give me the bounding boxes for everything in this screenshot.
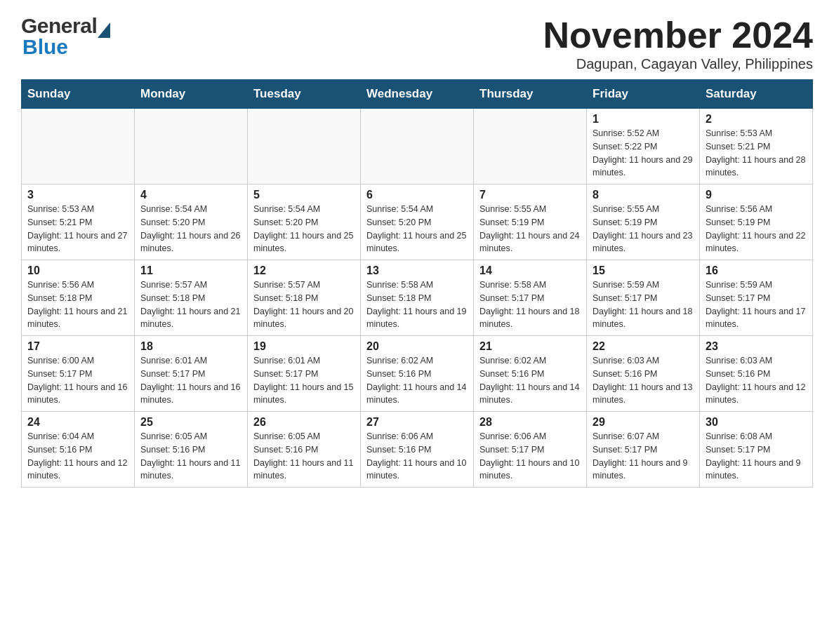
day-number: 23 bbox=[706, 340, 807, 353]
day-number: 8 bbox=[593, 189, 694, 201]
calendar-cell-w1-d3 bbox=[248, 109, 361, 185]
calendar-cell-w5-d2: 25Sunrise: 6:05 AM Sunset: 5:16 PM Dayli… bbox=[135, 412, 248, 488]
day-info: Sunrise: 5:55 AM Sunset: 5:19 PM Dayligh… bbox=[479, 203, 581, 255]
logo-arrow-icon bbox=[98, 22, 110, 38]
calendar-cell-w1-d5 bbox=[474, 109, 587, 185]
calendar-cell-w5-d1: 24Sunrise: 6:04 AM Sunset: 5:16 PM Dayli… bbox=[22, 412, 135, 488]
calendar-header-row: Sunday Monday Tuesday Wednesday Thursday… bbox=[22, 80, 813, 109]
day-info: Sunrise: 5:53 AM Sunset: 5:21 PM Dayligh… bbox=[27, 203, 128, 255]
day-info: Sunrise: 6:03 AM Sunset: 5:16 PM Dayligh… bbox=[706, 354, 807, 407]
day-info: Sunrise: 5:53 AM Sunset: 5:21 PM Dayligh… bbox=[706, 127, 807, 180]
calendar-cell-w1-d2 bbox=[135, 109, 248, 185]
day-number: 12 bbox=[253, 264, 355, 277]
day-number: 9 bbox=[706, 189, 807, 201]
day-number: 27 bbox=[366, 416, 468, 429]
day-number: 11 bbox=[140, 264, 241, 277]
day-info: Sunrise: 5:52 AM Sunset: 5:22 PM Dayligh… bbox=[593, 127, 694, 180]
calendar-cell-w1-d6: 1Sunrise: 5:52 AM Sunset: 5:22 PM Daylig… bbox=[587, 109, 700, 185]
day-number: 25 bbox=[140, 416, 241, 429]
calendar-week-3: 10Sunrise: 5:56 AM Sunset: 5:18 PM Dayli… bbox=[22, 260, 813, 336]
day-info: Sunrise: 5:57 AM Sunset: 5:18 PM Dayligh… bbox=[140, 279, 241, 331]
calendar-cell-w2-d7: 9Sunrise: 5:56 AM Sunset: 5:19 PM Daylig… bbox=[700, 185, 813, 260]
calendar-week-2: 3Sunrise: 5:53 AM Sunset: 5:21 PM Daylig… bbox=[22, 185, 813, 260]
col-wednesday: Wednesday bbox=[361, 80, 474, 109]
calendar-cell-w4-d1: 17Sunrise: 6:00 AM Sunset: 5:17 PM Dayli… bbox=[22, 336, 135, 412]
day-info: Sunrise: 6:07 AM Sunset: 5:17 PM Dayligh… bbox=[593, 430, 694, 483]
day-info: Sunrise: 5:54 AM Sunset: 5:20 PM Dayligh… bbox=[366, 203, 468, 255]
day-number: 10 bbox=[27, 264, 128, 277]
day-number: 28 bbox=[479, 416, 581, 429]
calendar-cell-w5-d4: 27Sunrise: 6:06 AM Sunset: 5:16 PM Dayli… bbox=[361, 412, 474, 488]
calendar-cell-w3-d3: 12Sunrise: 5:57 AM Sunset: 5:18 PM Dayli… bbox=[248, 260, 361, 336]
day-number: 3 bbox=[27, 189, 128, 201]
day-number: 29 bbox=[593, 416, 694, 429]
calendar-cell-w3-d1: 10Sunrise: 5:56 AM Sunset: 5:18 PM Dayli… bbox=[22, 260, 135, 336]
calendar-cell-w2-d4: 6Sunrise: 5:54 AM Sunset: 5:20 PM Daylig… bbox=[361, 185, 474, 260]
day-number: 14 bbox=[479, 264, 581, 277]
day-info: Sunrise: 5:59 AM Sunset: 5:17 PM Dayligh… bbox=[593, 279, 694, 331]
calendar-cell-w2-d3: 5Sunrise: 5:54 AM Sunset: 5:20 PM Daylig… bbox=[248, 185, 361, 260]
month-title: November 2024 bbox=[543, 14, 813, 56]
col-thursday: Thursday bbox=[474, 80, 587, 109]
day-number: 17 bbox=[27, 340, 128, 353]
day-number: 20 bbox=[366, 340, 468, 353]
calendar-cell-w5-d3: 26Sunrise: 6:05 AM Sunset: 5:16 PM Dayli… bbox=[248, 412, 361, 488]
col-sunday: Sunday bbox=[22, 80, 135, 109]
calendar-cell-w3-d4: 13Sunrise: 5:58 AM Sunset: 5:18 PM Dayli… bbox=[361, 260, 474, 336]
page-header: General Blue November 2024 Dagupan, Caga… bbox=[21, 14, 813, 72]
day-info: Sunrise: 5:59 AM Sunset: 5:17 PM Dayligh… bbox=[706, 279, 807, 331]
day-info: Sunrise: 5:58 AM Sunset: 5:18 PM Dayligh… bbox=[366, 279, 468, 331]
calendar-cell-w4-d5: 21Sunrise: 6:02 AM Sunset: 5:16 PM Dayli… bbox=[474, 336, 587, 412]
day-number: 5 bbox=[253, 189, 355, 201]
day-info: Sunrise: 6:02 AM Sunset: 5:16 PM Dayligh… bbox=[479, 354, 581, 407]
day-number: 21 bbox=[479, 340, 581, 353]
day-number: 1 bbox=[593, 113, 694, 126]
day-info: Sunrise: 6:04 AM Sunset: 5:16 PM Dayligh… bbox=[27, 430, 128, 483]
day-info: Sunrise: 6:05 AM Sunset: 5:16 PM Dayligh… bbox=[140, 430, 241, 483]
day-info: Sunrise: 5:54 AM Sunset: 5:20 PM Dayligh… bbox=[253, 203, 355, 255]
day-info: Sunrise: 6:03 AM Sunset: 5:16 PM Dayligh… bbox=[593, 354, 694, 407]
location-text: Dagupan, Cagayan Valley, Philippines bbox=[543, 56, 813, 72]
calendar-cell-w5-d7: 30Sunrise: 6:08 AM Sunset: 5:17 PM Dayli… bbox=[700, 412, 813, 488]
day-number: 15 bbox=[593, 264, 694, 277]
col-saturday: Saturday bbox=[700, 80, 813, 109]
day-number: 16 bbox=[706, 264, 807, 277]
day-number: 26 bbox=[253, 416, 355, 429]
day-info: Sunrise: 5:54 AM Sunset: 5:20 PM Dayligh… bbox=[140, 203, 241, 255]
day-info: Sunrise: 6:08 AM Sunset: 5:17 PM Dayligh… bbox=[706, 430, 807, 483]
day-info: Sunrise: 6:01 AM Sunset: 5:17 PM Dayligh… bbox=[253, 354, 355, 407]
day-number: 7 bbox=[479, 189, 581, 201]
day-number: 18 bbox=[140, 340, 241, 353]
day-info: Sunrise: 6:00 AM Sunset: 5:17 PM Dayligh… bbox=[27, 354, 128, 407]
calendar-cell-w3-d6: 15Sunrise: 5:59 AM Sunset: 5:17 PM Dayli… bbox=[587, 260, 700, 336]
day-info: Sunrise: 6:06 AM Sunset: 5:16 PM Dayligh… bbox=[366, 430, 468, 483]
col-tuesday: Tuesday bbox=[248, 80, 361, 109]
col-monday: Monday bbox=[135, 80, 248, 109]
calendar-cell-w4-d7: 23Sunrise: 6:03 AM Sunset: 5:16 PM Dayli… bbox=[700, 336, 813, 412]
day-number: 22 bbox=[593, 340, 694, 353]
calendar-cell-w3-d5: 14Sunrise: 5:58 AM Sunset: 5:17 PM Dayli… bbox=[474, 260, 587, 336]
calendar-cell-w4-d3: 19Sunrise: 6:01 AM Sunset: 5:17 PM Dayli… bbox=[248, 336, 361, 412]
day-number: 4 bbox=[140, 189, 241, 201]
day-info: Sunrise: 6:01 AM Sunset: 5:17 PM Dayligh… bbox=[140, 354, 241, 407]
day-info: Sunrise: 6:02 AM Sunset: 5:16 PM Dayligh… bbox=[366, 354, 468, 407]
logo-general-text: General bbox=[21, 14, 97, 38]
day-number: 13 bbox=[366, 264, 468, 277]
calendar-cell-w5-d6: 29Sunrise: 6:07 AM Sunset: 5:17 PM Dayli… bbox=[587, 412, 700, 488]
day-number: 30 bbox=[706, 416, 807, 429]
day-info: Sunrise: 6:05 AM Sunset: 5:16 PM Dayligh… bbox=[253, 430, 355, 483]
day-number: 6 bbox=[366, 189, 468, 201]
day-number: 24 bbox=[27, 416, 128, 429]
calendar-cell-w2-d5: 7Sunrise: 5:55 AM Sunset: 5:19 PM Daylig… bbox=[474, 185, 587, 260]
day-number: 2 bbox=[706, 113, 807, 126]
logo: General Blue bbox=[21, 14, 110, 59]
day-info: Sunrise: 5:56 AM Sunset: 5:18 PM Dayligh… bbox=[27, 279, 128, 331]
calendar-cell-w4-d2: 18Sunrise: 6:01 AM Sunset: 5:17 PM Dayli… bbox=[135, 336, 248, 412]
day-info: Sunrise: 5:58 AM Sunset: 5:17 PM Dayligh… bbox=[479, 279, 581, 331]
calendar-cell-w1-d1 bbox=[22, 109, 135, 185]
calendar-cell-w3-d2: 11Sunrise: 5:57 AM Sunset: 5:18 PM Dayli… bbox=[135, 260, 248, 336]
calendar-cell-w4-d4: 20Sunrise: 6:02 AM Sunset: 5:16 PM Dayli… bbox=[361, 336, 474, 412]
col-friday: Friday bbox=[587, 80, 700, 109]
day-info: Sunrise: 5:56 AM Sunset: 5:19 PM Dayligh… bbox=[706, 203, 807, 255]
calendar-cell-w2-d1: 3Sunrise: 5:53 AM Sunset: 5:21 PM Daylig… bbox=[22, 185, 135, 260]
